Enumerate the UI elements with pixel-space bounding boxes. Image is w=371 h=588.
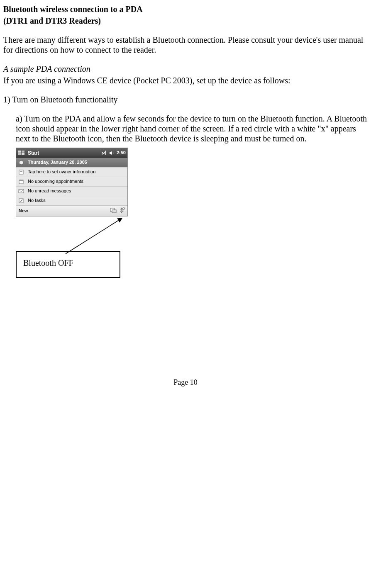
speaker-icon[interactable] xyxy=(109,151,114,156)
step-1a: a) Turn on the PDA and allow a few secon… xyxy=(3,114,368,143)
pda-topbar: Start 2:50 xyxy=(16,148,127,158)
date-text: Thursday, January 20, 2005 xyxy=(28,160,87,165)
heading-line2: (DTR1 and DTR3 Readers) xyxy=(3,16,368,26)
svg-point-4 xyxy=(19,160,23,165)
row-text: No tasks xyxy=(28,198,46,203)
step-1: 1) Turn on Bluetooth functionality xyxy=(3,95,368,104)
calendar-icon xyxy=(18,178,24,185)
new-button[interactable]: New xyxy=(19,208,28,214)
callout-label-box: Bluetooth OFF xyxy=(16,251,120,278)
row-text: No upcoming appointments xyxy=(28,179,83,184)
callout-arrow: Bluetooth OFF xyxy=(16,216,144,254)
sip-icon[interactable] xyxy=(110,207,117,214)
svg-rect-0 xyxy=(18,151,21,153)
svg-rect-5 xyxy=(19,170,23,174)
clock-label: 2:50 xyxy=(117,150,126,156)
pda-screenshot: Start 2:50 Thu xyxy=(16,148,368,216)
svg-rect-3 xyxy=(22,153,24,155)
start-label[interactable]: Start xyxy=(28,150,39,156)
page-footer: Page 10 xyxy=(3,378,368,387)
svg-rect-1 xyxy=(22,151,24,153)
windows-flag-icon xyxy=(18,149,25,157)
pda-row-messages[interactable]: No unread messages xyxy=(16,187,127,196)
today-icon xyxy=(18,159,24,166)
bluetooth-off-icon[interactable] xyxy=(119,207,125,215)
connectivity-icon[interactable] xyxy=(101,151,107,156)
heading-line1: Bluetooth wireless connection to a PDA xyxy=(3,4,368,14)
pda-row-tasks[interactable]: No tasks xyxy=(16,196,127,206)
owner-icon xyxy=(18,169,24,175)
pda-row-appointments[interactable]: No upcoming appointments xyxy=(16,177,127,187)
svg-rect-2 xyxy=(18,153,21,155)
row-text: Tap here to set owner information xyxy=(28,169,95,175)
svg-rect-12 xyxy=(112,210,116,213)
intro-paragraph: There are many different ways to establi… xyxy=(3,35,368,55)
svg-rect-8 xyxy=(19,180,23,181)
envelope-icon xyxy=(18,188,24,194)
subheading: A sample PDA connection xyxy=(3,64,368,74)
svg-rect-6 xyxy=(20,171,22,172)
pda-row-owner[interactable]: Tap here to set owner information xyxy=(16,168,127,177)
pda-date-row: Thursday, January 20, 2005 xyxy=(16,158,127,168)
callout-text: Bluetooth OFF xyxy=(23,258,73,267)
subheading-body: If you are using a Windows CE device (Po… xyxy=(3,75,368,85)
svg-line-14 xyxy=(66,218,122,254)
row-text: No unread messages xyxy=(28,188,71,194)
tasks-icon xyxy=(18,197,24,204)
pda-bottombar: New xyxy=(16,206,127,216)
